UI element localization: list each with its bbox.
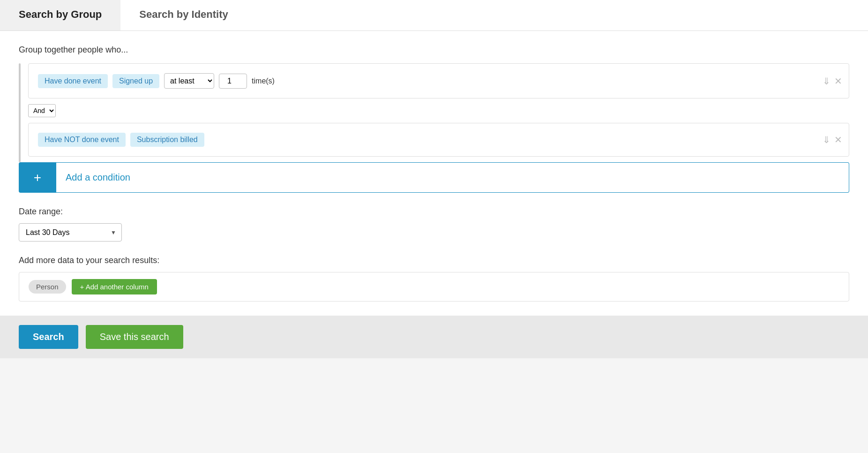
date-range-wrapper: Last 30 Days Last 7 Days Last 60 Days La…	[19, 223, 122, 242]
date-range-label: Date range:	[19, 207, 849, 217]
add-data-label: Add more data to your search results:	[19, 256, 849, 265]
tab-search-by-group[interactable]: Search by Group	[0, 0, 120, 30]
save-search-button[interactable]: Save this search	[86, 325, 183, 349]
date-range-select[interactable]: Last 30 Days Last 7 Days Last 60 Days La…	[19, 223, 122, 242]
add-condition-box[interactable]: Add a condition	[56, 162, 849, 193]
conditions-group: Have done event Signed up at least exact…	[19, 63, 849, 162]
search-button[interactable]: Search	[19, 325, 78, 349]
add-column-button[interactable]: + Add another column	[72, 279, 157, 294]
add-data-box: Person + Add another column	[19, 272, 849, 302]
condition-tag-signed-up: Signed up	[112, 74, 159, 88]
qualifier-select[interactable]: at least exactly at most	[164, 73, 214, 89]
add-data-section: Add more data to your search results: Pe…	[0, 242, 868, 316]
filter-icon-2[interactable]: ⇓	[823, 134, 831, 145]
add-condition-plus-button[interactable]: +	[19, 162, 56, 193]
condition-suffix: time(s)	[252, 77, 275, 85]
date-range-section: Date range: Last 30 Days Last 7 Days Las…	[0, 193, 868, 242]
left-border-bar	[19, 63, 21, 162]
condition-2-actions: ⇓ ✕	[823, 134, 842, 145]
add-condition-label: Add a condition	[66, 172, 130, 183]
page-container: Search by Group Search by Identity Group…	[0, 0, 868, 453]
close-icon-1[interactable]: ✕	[834, 76, 842, 87]
footer-bar: Search Save this search	[0, 316, 868, 358]
add-condition-row: + Add a condition	[19, 162, 849, 193]
condition-row-2: Have NOT done event Subscription billed …	[28, 123, 849, 157]
tab-search-by-identity[interactable]: Search by Identity	[120, 0, 247, 30]
close-icon-2[interactable]: ✕	[834, 134, 842, 145]
and-or-select[interactable]: And Or	[28, 104, 56, 117]
tabs-bar: Search by Group Search by Identity	[0, 0, 868, 31]
condition-tag-have-not-done-event: Have NOT done event	[38, 133, 126, 147]
condition-count-input[interactable]	[219, 74, 247, 89]
condition-1-actions: ⇓ ✕	[823, 76, 842, 87]
filter-icon-1[interactable]: ⇓	[823, 76, 831, 87]
condition-tag-have-done-event: Have done event	[38, 74, 108, 88]
conditions-list: Have done event Signed up at least exact…	[28, 63, 849, 162]
person-tag: Person	[29, 280, 66, 294]
condition-row-1: Have done event Signed up at least exact…	[28, 63, 849, 98]
and-connector-wrapper: And Or	[28, 104, 849, 117]
main-content: Group together people who... Have done e…	[0, 31, 868, 193]
condition-tag-subscription-billed: Subscription billed	[130, 133, 204, 147]
group-section-label: Group together people who...	[19, 45, 849, 55]
